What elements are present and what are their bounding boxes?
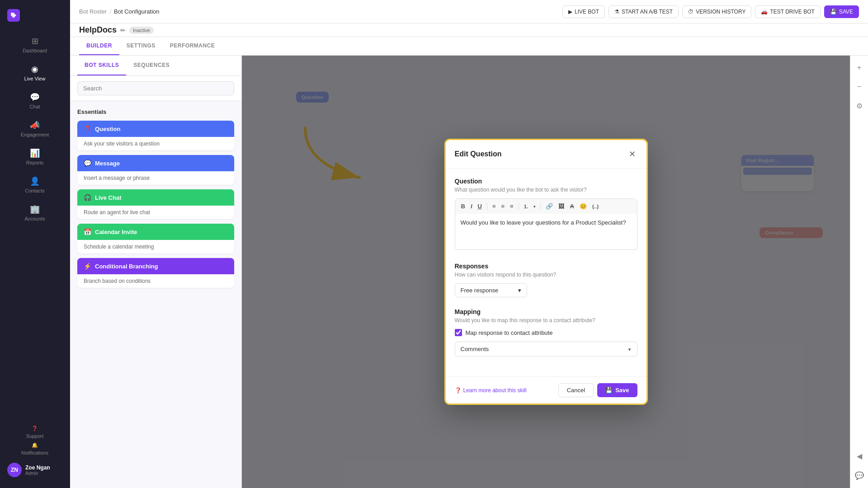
format-align-left[interactable]: ≡	[490, 202, 498, 211]
avatar: ZN	[7, 463, 22, 477]
search-input[interactable]	[77, 81, 234, 95]
tab-performance[interactable]: PERFORMANCE	[163, 37, 222, 55]
format-image[interactable]: 🖼	[556, 202, 566, 211]
modal-body: Question What question would you like th…	[446, 169, 646, 376]
left-panel-tabs: BOT SKILLS SEQUENCES	[70, 56, 241, 76]
sidebar-user[interactable]: ZN Zoe Ngan Admin	[4, 459, 66, 481]
message-icon: 💬	[84, 160, 91, 167]
sidebar-item-reports[interactable]: 📊 Reports	[0, 143, 70, 171]
format-variable[interactable]: {..}	[590, 202, 601, 211]
skill-description: Route an agent for live chat	[77, 206, 234, 219]
support-label: Support	[26, 433, 44, 439]
test-drive-button[interactable]: 🚗 TEST DRIVE BOT	[755, 5, 820, 18]
learn-more-text: Learn more about this skill	[463, 387, 527, 394]
sidebar-item-label: Accounts	[24, 216, 45, 221]
dashboard-icon: ⊞	[32, 36, 38, 46]
search-bar	[70, 76, 241, 101]
question-textarea[interactable]: Would you like to leave your questions f…	[455, 214, 637, 250]
attribute-dropdown[interactable]: Comments First Name Last Name Email Phon…	[455, 342, 637, 357]
question-block: B I U ≡ ≡ ≡ 1. •	[455, 198, 637, 252]
chat-bubble-icon[interactable]: 💬	[852, 469, 867, 483]
notifications-label: Notifications	[21, 450, 48, 455]
sidebar-item-liveview[interactable]: ◉ Live View	[0, 59, 70, 87]
responses-subtitle: How can visitors respond to this questio…	[455, 272, 637, 278]
reports-icon: 📊	[30, 148, 40, 158]
modal-save-button[interactable]: 💾 Save	[597, 383, 637, 397]
skill-card-conditional[interactable]: ⚡ Conditional Branching Branch based on …	[77, 258, 234, 288]
sidebar-item-label: Reports	[26, 160, 44, 165]
sidebar-item-label: Contacts	[25, 188, 44, 193]
skill-card-question[interactable]: ❓ Question Ask your site visitors a ques…	[77, 121, 234, 150]
attribute-select-wrapper: Comments First Name Last Name Email Phon…	[455, 342, 637, 357]
save-button[interactable]: 💾 SAVE	[824, 5, 859, 18]
version-history-button[interactable]: ⏱ VERSION HISTORY	[682, 5, 751, 18]
response-dropdown[interactable]: Free response ▾	[455, 283, 527, 297]
modal-close-button[interactable]: ✕	[627, 147, 637, 161]
format-align-right[interactable]: ≡	[508, 202, 516, 211]
tab-sequences[interactable]: SEQUENCES	[126, 56, 177, 75]
mapping-title: Mapping	[455, 308, 637, 315]
sidebar-bottom: ❓ Support 🔔 Notifications ZN Zoe Ngan Ad…	[0, 418, 70, 488]
notifications-icon: 🔔	[32, 442, 38, 448]
format-underline[interactable]: U	[476, 202, 484, 211]
format-unordered-list[interactable]: •	[531, 202, 538, 211]
format-toolbar: B I U ≡ ≡ ≡ 1. •	[455, 198, 637, 214]
topbar-right: ▶ LIVE BOT ⚗ START AN A/B TEST ⏱ VERSION…	[562, 5, 859, 18]
content-area: BOT SKILLS SEQUENCES Essentials ❓ Questi…	[70, 56, 868, 488]
skill-description: Insert a message or phrase	[77, 171, 234, 185]
breadcrumb-parent[interactable]: Bot Roster	[79, 8, 107, 15]
sidebar-item-chat[interactable]: 💬 Chat	[0, 87, 70, 115]
skill-title: Live Chat	[95, 194, 122, 201]
status-badge: Inactive	[129, 27, 154, 34]
skill-card-livechat[interactable]: 🎧 Live Chat Route an agent for live chat	[77, 189, 234, 219]
sidebar-item-notifications[interactable]: 🔔 Notifications	[4, 442, 66, 455]
sidebar-item-dashboard[interactable]: ⊞ Dashboard	[0, 31, 70, 59]
sidebar-item-contacts[interactable]: 👤 Contacts	[0, 171, 70, 199]
format-strikethrough[interactable]: A	[567, 202, 576, 211]
sidebar-item-label: Chat	[29, 104, 40, 109]
tab-bot-skills[interactable]: BOT SKILLS	[77, 56, 126, 75]
left-panel: BOT SKILLS SEQUENCES Essentials ❓ Questi…	[70, 56, 242, 488]
skill-title: Conditional Branching	[95, 263, 158, 270]
user-role: Admin	[25, 471, 50, 476]
checkbox-row: Map response to contact attribute	[455, 329, 637, 336]
live-bot-button[interactable]: ▶ LIVE BOT	[562, 5, 605, 18]
builder-canvas: Question Visit Registr... Compliance	[242, 56, 850, 488]
sidebar-item-accounts[interactable]: 🏢 Accounts	[0, 199, 70, 227]
zoom-out-icon[interactable]: −	[854, 80, 864, 94]
tab-settings[interactable]: SETTINGS	[119, 37, 163, 55]
skill-card-calendar[interactable]: 📅 Calendar Invite Schedule a calendar me…	[77, 224, 234, 253]
collapse-icon[interactable]: ◀	[854, 449, 865, 463]
response-select-wrapper: Free response ▾	[455, 283, 637, 297]
save-label: Save	[615, 387, 629, 394]
learn-more-link[interactable]: ❓ Learn more about this skill	[455, 387, 527, 394]
question-section: Question What question would you like th…	[455, 178, 637, 252]
sidebar-item-engagement[interactable]: 📣 Engagement	[0, 115, 70, 143]
format-ordered-list[interactable]: 1.	[522, 202, 530, 211]
format-link[interactable]: 🔗	[543, 202, 555, 211]
format-italic[interactable]: I	[468, 202, 475, 211]
skill-card-message[interactable]: 💬 Message Insert a message or phrase	[77, 155, 234, 185]
ab-test-button[interactable]: ⚗ START AN A/B TEST	[609, 5, 679, 18]
zoom-in-icon[interactable]: +	[854, 61, 864, 75]
format-bold[interactable]: B	[459, 202, 467, 211]
question-section-title: Question	[455, 178, 637, 185]
toolbar-separator-1	[487, 203, 487, 210]
modal-title: Edit Question	[455, 150, 502, 158]
toolbar-separator-3	[540, 203, 541, 210]
edit-icon[interactable]: ✏	[120, 27, 126, 34]
response-selected-value: Free response	[461, 287, 499, 294]
modal-overlay: Edit Question ✕ Question What question w…	[242, 56, 850, 488]
support-icon: ❓	[32, 426, 38, 432]
settings-icon[interactable]: ⚙	[854, 99, 865, 113]
mapping-section: Mapping Would you like to map this respo…	[455, 308, 637, 357]
cancel-button[interactable]: Cancel	[558, 383, 594, 397]
format-emoji[interactable]: 😊	[577, 202, 589, 211]
format-align-center[interactable]: ≡	[499, 202, 507, 211]
sidebar-item-support[interactable]: ❓ Support	[4, 426, 66, 439]
map-response-checkbox[interactable]	[455, 329, 462, 336]
breadcrumb-current: Bot Configuration	[114, 8, 159, 15]
tab-builder[interactable]: BUILDER	[79, 37, 119, 55]
main-content: Bot Roster / Bot Configuration ▶ LIVE BO…	[70, 0, 868, 488]
user-name: Zoe Ngan	[25, 465, 50, 471]
